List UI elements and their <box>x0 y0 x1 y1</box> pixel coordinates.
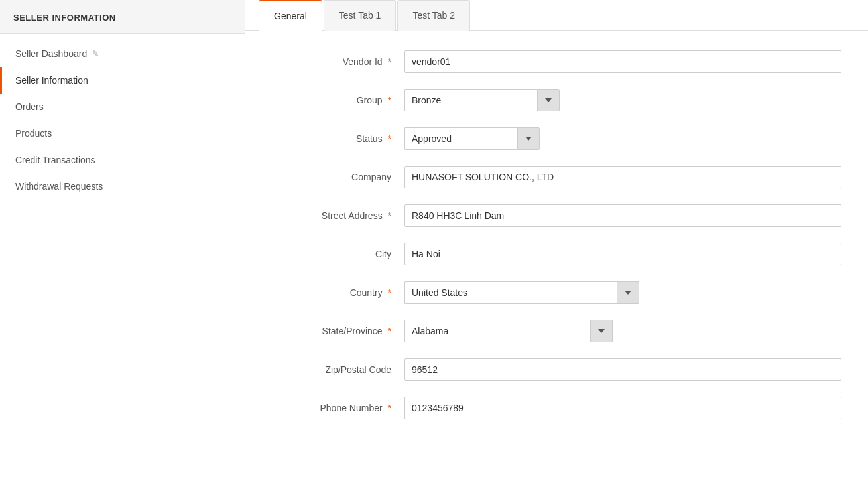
form-area: Vendor Id * Group * Bronze Silver Gold P… <box>245 31 868 455</box>
chevron-down-icon <box>598 329 605 333</box>
sidebar-item-seller-information[interactable]: Seller Information <box>0 67 245 94</box>
country-select-wrap: United States Vietnam Japan China German… <box>404 281 841 304</box>
sidebar-item-seller-dashboard[interactable]: Seller Dashboard ✎ <box>0 40 245 67</box>
sidebar-item-label: Seller Dashboard <box>15 48 87 59</box>
sidebar-item-products[interactable]: Products <box>0 120 245 147</box>
vendor-id-row: Vendor Id * <box>272 50 841 73</box>
status-row: Status * Approved Pending Rejected <box>272 127 841 150</box>
status-dropdown-button[interactable] <box>517 127 540 150</box>
tabs-bar: General Test Tab 1 Test Tab 2 <box>245 0 868 31</box>
company-label: Company <box>272 172 404 182</box>
zip-label: Zip/Postal Code <box>272 364 404 375</box>
city-row: City <box>272 243 841 265</box>
status-wrap: Approved Pending Rejected <box>404 127 841 150</box>
company-wrap <box>404 166 841 188</box>
edit-icon: ✎ <box>92 49 99 58</box>
company-row: Company <box>272 166 841 188</box>
zip-wrap <box>404 358 841 381</box>
company-input[interactable] <box>404 166 841 188</box>
status-select-wrap: Approved Pending Rejected <box>404 127 841 150</box>
phone-wrap <box>404 397 841 419</box>
state-row: State/Province * Alabama Alaska Arizona … <box>272 320 841 342</box>
state-label: State/Province * <box>272 326 404 336</box>
sidebar-item-label: Orders <box>15 102 44 112</box>
vendor-id-wrap <box>404 50 841 73</box>
city-input[interactable] <box>404 243 841 265</box>
phone-input[interactable] <box>404 397 841 419</box>
phone-required: * <box>388 403 391 413</box>
state-wrap: Alabama Alaska Arizona California Colora… <box>404 320 841 342</box>
state-dropdown-button[interactable] <box>590 320 613 342</box>
country-row: Country * United States Vietnam Japan Ch… <box>272 281 841 304</box>
zip-input[interactable] <box>404 358 841 381</box>
city-wrap <box>404 243 841 265</box>
country-required: * <box>388 287 391 298</box>
status-label: Status * <box>272 133 404 144</box>
street-address-input[interactable] <box>404 204 841 227</box>
sidebar: SELLER INFORMATION Seller Dashboard ✎ Se… <box>0 0 245 481</box>
group-label: Group * <box>272 95 404 105</box>
main-content: General Test Tab 1 Test Tab 2 Vendor Id … <box>245 0 868 481</box>
sidebar-item-label: Products <box>15 128 52 139</box>
group-dropdown-button[interactable] <box>537 89 560 111</box>
chevron-down-icon <box>625 291 631 295</box>
sidebar-item-label: Credit Transactions <box>15 155 95 165</box>
street-address-wrap <box>404 204 841 227</box>
chevron-down-icon <box>545 98 552 102</box>
street-address-row: Street Address * <box>272 204 841 227</box>
sidebar-title: SELLER INFORMATION <box>13 13 116 23</box>
street-address-label: Street Address * <box>272 210 404 221</box>
street-address-required: * <box>388 210 391 221</box>
country-label: Country * <box>272 287 404 298</box>
country-wrap: United States Vietnam Japan China German… <box>404 281 841 304</box>
zip-row: Zip/Postal Code <box>272 358 841 381</box>
sidebar-navigation: Seller Dashboard ✎ Seller Information Or… <box>0 34 245 206</box>
sidebar-item-orders[interactable]: Orders <box>0 94 245 120</box>
vendor-id-input[interactable] <box>404 50 841 73</box>
tab-general[interactable]: General <box>259 0 322 31</box>
status-required: * <box>388 133 391 144</box>
tab-test-tab-2[interactable]: Test Tab 2 <box>397 0 470 31</box>
status-select[interactable]: Approved Pending Rejected <box>404 127 517 150</box>
sidebar-item-label: Seller Information <box>15 75 88 86</box>
state-select-wrap: Alabama Alaska Arizona California Colora… <box>404 320 841 342</box>
group-row: Group * Bronze Silver Gold Platinum <box>272 89 841 111</box>
vendor-id-label: Vendor Id * <box>272 56 404 67</box>
tab-test-tab-1[interactable]: Test Tab 1 <box>324 0 397 31</box>
phone-row: Phone Number * <box>272 397 841 419</box>
group-select[interactable]: Bronze Silver Gold Platinum <box>404 89 537 111</box>
group-required: * <box>388 95 391 105</box>
sidebar-item-label: Withdrawal Requests <box>15 181 103 192</box>
chevron-down-icon <box>525 137 532 141</box>
group-wrap: Bronze Silver Gold Platinum <box>404 89 841 111</box>
country-select[interactable]: United States Vietnam Japan China German… <box>404 281 617 304</box>
sidebar-header: SELLER INFORMATION <box>0 0 245 34</box>
vendor-id-required: * <box>388 56 391 67</box>
city-label: City <box>272 249 404 259</box>
country-dropdown-button[interactable] <box>617 281 639 304</box>
phone-label: Phone Number * <box>272 403 404 413</box>
state-required: * <box>388 326 391 336</box>
sidebar-item-withdrawal-requests[interactable]: Withdrawal Requests <box>0 173 245 200</box>
state-select[interactable]: Alabama Alaska Arizona California Colora… <box>404 320 590 342</box>
sidebar-item-credit-transactions[interactable]: Credit Transactions <box>0 147 245 173</box>
group-select-wrap: Bronze Silver Gold Platinum <box>404 89 841 111</box>
